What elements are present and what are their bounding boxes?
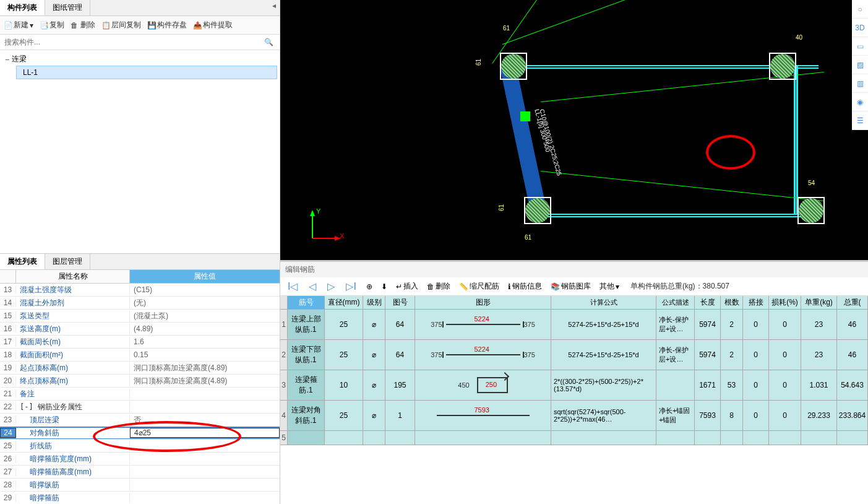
new-button[interactable]: 📄新建▾ (1, 19, 36, 32)
scale-button[interactable]: 📏 缩尺配筋 (457, 280, 502, 293)
column-4[interactable] (797, 197, 825, 224)
rebar-row[interactable]: 4连梁对角斜筋.125⌀17593sqrt(sqr(5274)+sqr(500-… (280, 401, 868, 431)
search-icon[interactable]: 🔍 (260, 38, 277, 46)
property-row[interactable]: 25折线筋 (0, 440, 280, 453)
property-row[interactable]: 29暗撑箍筋 (0, 492, 280, 504)
nav-last[interactable]: ▷I (342, 280, 359, 292)
rebar-row[interactable]: 2连梁下部纵筋.125⌀6437552243755274-25+15*d-25+… (280, 340, 868, 370)
svg-marker-1 (310, 210, 315, 216)
dropdown-icon: ▾ (30, 21, 33, 30)
property-row[interactable]: 27暗撑箍筋高度(mm) (0, 466, 280, 479)
axis-indicator: Y X (305, 209, 342, 248)
expand-icon[interactable]: − (5, 55, 9, 64)
property-row[interactable]: 18截面面积(m²)0.15 (0, 349, 280, 362)
rebar-header-row: 筋号 直径(mm) 级别 图号 图形 计算公式 公式描述 长度 根数 搭接 损耗… (280, 296, 868, 310)
tree-item-ll1[interactable]: LL-1 (16, 66, 277, 79)
rebar-toolbar: I◁ ◁ ▷ ▷I ⊕ ⬇ ↵ 插入 🗑 删除 📏 缩尺配筋 ℹ 钢筋信息 📚 … (280, 277, 868, 296)
tab-drawing-mgmt[interactable]: 图纸管理 (45, 0, 90, 15)
property-row[interactable]: 19起点顶标高(m)洞口顶标高加连梁高度(4.89) (0, 362, 280, 375)
side-tool-box3[interactable]: ▥ (852, 74, 868, 93)
property-row[interactable]: 15泵送类型(混凝土泵) (0, 310, 280, 323)
total-weight-label: 单构件钢筋总重(kg)：380.507 (630, 281, 729, 292)
property-row[interactable]: 24对角斜筋4⌀25 (0, 427, 280, 440)
property-row[interactable]: 21备注 (0, 388, 280, 401)
dim-label: 61 (498, 204, 505, 211)
property-row[interactable]: 23顶层连梁否 (0, 414, 280, 427)
beam-ll1[interactable] (499, 62, 547, 217)
property-row[interactable]: 13混凝土强度等级(C15) (0, 284, 280, 297)
side-tool-box2[interactable]: ▨ (852, 56, 868, 74)
rebar-down-icon[interactable]: ⬇ (379, 281, 390, 292)
property-row[interactable]: 22[-] 钢筋业务属性 (0, 401, 280, 414)
delete-icon: 🗑 (71, 21, 79, 30)
insert-button[interactable]: ↵ 插入 (393, 280, 421, 293)
side-tool-box1[interactable]: ▭ (852, 37, 868, 56)
library-button[interactable]: 📚 钢筋图库 (548, 280, 593, 293)
save-icon: 💾 (147, 21, 156, 30)
tab-property-list[interactable]: 属性列表 (0, 254, 45, 269)
tab-component-list[interactable]: 构件列表 (0, 0, 45, 15)
rebar-panel-title: 编辑钢筋 (280, 262, 868, 277)
layer-copy-icon: 📋 (101, 21, 110, 30)
rebar-row[interactable]: 1连梁上部纵筋.125⌀6437552243755274-25+15*d-25+… (280, 310, 868, 340)
beam-marker (520, 111, 530, 121)
column-1[interactable] (500, 53, 527, 80)
side-tool-3d[interactable]: 3D (852, 19, 868, 37)
minimize-btn[interactable]: ◂ (270, 1, 278, 10)
layer-copy-button[interactable]: 📋层间复制 (99, 19, 144, 32)
side-tool-orbit[interactable]: ○ (852, 0, 868, 19)
component-toolbar: 📄新建▾ 📑复制 🗑删除 📋层间复制 💾构件存盘 📤构件提取 (0, 16, 280, 35)
component-tabs: 构件列表 图纸管理 (0, 0, 280, 16)
other-button[interactable]: 其他 ▾ (597, 280, 622, 293)
copy-icon: 📑 (40, 21, 48, 30)
info-button[interactable]: ℹ 钢筋信息 (505, 280, 544, 293)
rebar-row[interactable]: 5 (280, 431, 868, 445)
search-input[interactable] (2, 36, 260, 48)
canvas-viewport[interactable]: 61 40 61 61 54 61 LL-1[5] 300*500 C10@10… (280, 0, 868, 260)
plus-icon: 📄 (4, 21, 12, 30)
rebar-table: 筋号 直径(mm) 级别 图号 图形 计算公式 公式描述 长度 根数 搭接 损耗… (280, 296, 868, 504)
side-tool-focus[interactable]: ◉ (852, 93, 868, 111)
dim-label: 61 (475, 59, 482, 66)
dim-label: 61 (503, 25, 510, 32)
property-header: 属性名称 属性值 (0, 270, 280, 284)
extract-icon: 📤 (193, 21, 202, 30)
property-row[interactable]: 17截面周长(m)1.6 (0, 336, 280, 349)
rebar-add-icon[interactable]: ⊕ (364, 281, 375, 292)
property-row[interactable]: 20终点顶标高(m)洞口顶标高加连梁高度(4.89) (0, 375, 280, 388)
dim-label: 40 (796, 34, 802, 41)
copy-button[interactable]: 📑复制 (37, 19, 67, 32)
property-row[interactable]: 14混凝土外加剂(无) (0, 297, 280, 310)
nav-next[interactable]: ▷ (324, 280, 338, 292)
delete-button[interactable]: 🗑删除 (68, 19, 98, 32)
nav-prev[interactable]: ◁ (305, 280, 320, 292)
column-2[interactable] (769, 53, 796, 80)
dim-label: 61 (525, 234, 531, 241)
property-row[interactable]: 16泵送高度(m)(4.89) (0, 323, 280, 336)
side-tool-list[interactable]: ☰ (852, 111, 868, 130)
side-toolbar: ○ 3D ▭ ▨ ▥ ◉ ☰ (852, 0, 868, 130)
tree-root[interactable]: − 连梁 (2, 53, 277, 66)
property-row[interactable]: 26暗撑箍筋宽度(mm) (0, 453, 280, 466)
rebar-row[interactable]: 3连梁箍筋.110⌀1954502502*((300-2*25)+(500-2*… (280, 370, 868, 401)
delete-button[interactable]: 🗑 删除 (424, 280, 453, 293)
dim-label: 54 (808, 180, 815, 186)
extract-button[interactable]: 📤构件提取 (191, 19, 235, 32)
column-3[interactable] (524, 197, 551, 224)
property-tabs: 属性列表 图层管理 (0, 254, 280, 270)
property-table: 13混凝土强度等级(C15)14混凝土外加剂(无)15泵送类型(混凝土泵)16泵… (0, 284, 280, 504)
property-row[interactable]: 28暗撑纵筋 (0, 479, 280, 492)
component-tree: − 连梁 LL-1 (0, 50, 280, 253)
tab-layer-mgmt[interactable]: 图层管理 (45, 254, 90, 269)
nav-first[interactable]: I◁ (284, 280, 301, 292)
save-button[interactable]: 💾构件存盘 (145, 19, 189, 32)
